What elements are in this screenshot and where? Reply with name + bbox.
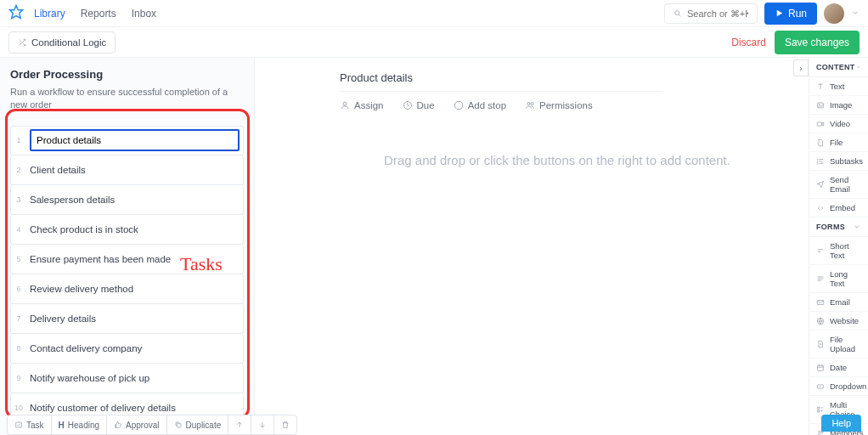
svg-point-42 [819,431,821,433]
duplicate-button[interactable]: Duplicate [167,415,229,434]
svg-point-23 [817,163,818,164]
task-row[interactable]: 8Contact delivery company [10,334,244,364]
trash-icon [281,421,290,429]
user-menu-chevron[interactable] [851,8,860,20]
form-short-text[interactable]: Short Text [809,237,868,265]
svg-line-6 [20,39,21,41]
task-row[interactable]: 6Review delivery method [10,274,244,304]
search-box[interactable] [664,3,758,24]
add-stop-action[interactable]: Add stop [454,100,506,110]
short-text-icon [816,246,825,255]
add-approval-button[interactable]: Approval [107,415,166,434]
content-subtasks[interactable]: Subtasks [809,152,868,171]
form-date[interactable]: Date [809,359,868,377]
task-number: 2 [11,166,26,174]
task-detail-title[interactable]: Product details [340,71,662,92]
content-embed[interactable]: Embed [809,199,868,218]
permissions-action[interactable]: Permissions [525,100,593,110]
form-website[interactable]: Website [809,312,868,330]
svg-point-21 [817,159,818,160]
panel-collapse[interactable]: › [793,59,809,76]
search-input[interactable] [687,8,748,19]
chevron-down-icon [851,8,860,17]
task-row[interactable]: 4Check product is in stock [10,215,244,245]
app-logo [8,4,24,22]
svg-line-2 [679,14,680,16]
move-up-button[interactable] [228,415,251,434]
task-row[interactable]: 5Ensure payment has been made [10,245,244,274]
svg-marker-24 [817,181,824,188]
move-down-button[interactable] [251,415,274,434]
task-title-input[interactable] [30,129,240,151]
svg-rect-16 [817,121,821,125]
content-send-email[interactable]: Send Email [809,171,868,199]
svg-point-22 [817,161,818,161]
save-changes-button[interactable]: Save changes [775,31,860,54]
nav-inbox[interactable]: Inbox [132,8,156,20]
task-icon [14,421,23,429]
form-dropdown[interactable]: Dropdown [809,377,868,396]
task-number: 10 [11,404,26,412]
help-button[interactable]: Help [821,415,861,432]
svg-rect-33 [818,365,824,370]
task-number: 3 [11,195,26,204]
embed-icon [816,204,825,212]
duplicate-icon [174,421,183,429]
discard-button[interactable]: Discard [731,37,766,48]
task-number: 6 [11,285,26,293]
chevron-down-icon [853,223,861,231]
task-row[interactable]: 1 [10,126,244,155]
nav-reports[interactable]: Reports [81,8,116,20]
conditional-logic-button[interactable]: Conditional Logic [8,31,116,54]
chevron-down-icon [855,63,861,71]
task-list: 1 2Client details 3Salesperson details 4… [0,119,254,435]
task-row[interactable]: 2Client details [10,155,244,185]
subtasks-icon [816,157,825,166]
content-text[interactable]: Text [809,77,868,96]
search-icon [674,9,682,18]
svg-rect-30 [817,300,824,304]
paper-plane-icon [816,180,825,189]
form-email[interactable]: Email [809,293,868,312]
file-icon [816,138,825,147]
content-image[interactable]: Image [809,96,868,115]
delete-button[interactable] [274,415,296,434]
form-file-upload[interactable]: File Upload [809,330,868,359]
avatar[interactable] [824,3,844,24]
run-button[interactable]: Run [764,3,817,25]
task-number: 4 [11,225,26,234]
add-task-button[interactable]: Task [8,415,52,434]
content-section-head[interactable]: CONTENT [809,58,868,77]
content-placeholder: Drag and drop or click the buttons on th… [340,153,775,167]
globe-icon [816,317,825,325]
svg-rect-47 [16,422,22,427]
nav-library[interactable]: Library [34,8,65,20]
person-icon [340,100,350,110]
forms-section-head[interactable]: FORMS [809,218,868,237]
task-number: 5 [11,255,26,263]
svg-marker-9 [454,102,462,110]
heading-icon: H [59,421,65,430]
task-row[interactable]: 9Notify warehouse of pick up [10,364,244,393]
svg-point-7 [343,102,347,105]
workflow-title: Order Processing [10,68,244,81]
task-row[interactable]: 3Salesperson details [10,185,244,215]
due-action[interactable]: Due [403,100,435,110]
task-row[interactable]: 7Delivery details [10,304,244,334]
arrow-up-icon [235,421,244,429]
task-number: 7 [11,314,26,323]
form-long-text[interactable]: Long Text [809,265,868,293]
right-panel: CONTENT Text Image Video File Subtasks S… [809,58,868,435]
assign-action[interactable]: Assign [340,100,384,110]
multi-choice-icon [816,405,825,414]
svg-line-5 [23,43,25,46]
content-file[interactable]: File [809,133,868,152]
chevron-right-icon[interactable]: › [793,59,809,76]
workflow-description: Run a workflow to ensure successful comp… [10,86,244,112]
content-video[interactable]: Video [809,115,868,133]
play-icon [775,8,784,18]
svg-point-11 [531,103,533,105]
add-heading-button[interactable]: HHeading [52,415,108,434]
long-text-icon [816,274,825,283]
task-number: 9 [11,374,26,382]
